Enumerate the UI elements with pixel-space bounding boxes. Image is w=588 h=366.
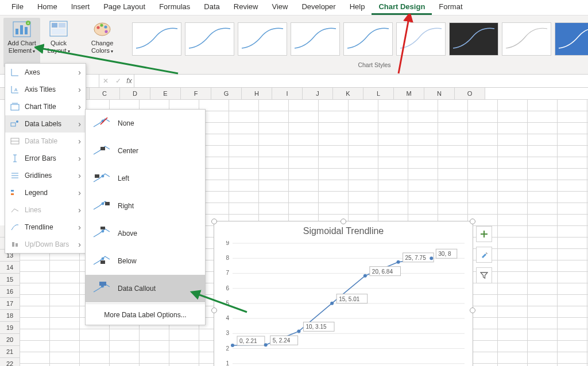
tab-data[interactable]: Data [197,0,226,15]
menu-item-error-bars[interactable]: Error Bars [5,150,86,167]
tab-review[interactable]: Review [227,0,265,15]
tab-home[interactable]: Home [30,0,64,15]
quick-layout-button[interactable]: Quick Layout▾ [40,18,77,67]
tab-chart-design[interactable]: Chart Design [372,0,432,15]
chart-brush-button[interactable] [476,247,492,263]
submenu-item-above[interactable]: Above [86,220,205,247]
check-icon[interactable]: ✓ [112,77,125,85]
data-callout[interactable]: 5, 2.24 [270,336,298,345]
col-header[interactable]: I [272,88,303,99]
fx-label[interactable]: fx [125,77,134,85]
submenu-icon [92,116,110,130]
add-chart-element-button[interactable]: + Add Chart Element▾ [3,18,40,67]
menu-item-chart-title[interactable]: Chart Title [5,98,86,115]
svg-point-12 [100,24,103,26]
tab-developer[interactable]: Developer [295,0,342,15]
style-thumb[interactable] [555,22,588,56]
svg-point-11 [96,26,99,29]
tab-file[interactable]: File [5,0,30,15]
style-thumb[interactable] [132,22,181,56]
submenu-item-center[interactable]: Center [86,137,205,165]
col-header[interactable]: L [363,88,394,99]
row-header[interactable]: 18 [0,310,20,322]
data-callout[interactable]: 10, 3.15 [303,322,334,331]
svg-rect-76 [11,190,14,192]
svg-text:0, 2.21: 0, 2.21 [239,338,257,344]
col-header[interactable]: K [333,88,363,99]
chart-styles-gallery[interactable]: ▴▾☰ [127,18,588,60]
row-header[interactable]: 14 [0,262,20,274]
svg-point-60 [397,260,400,264]
data-callout[interactable]: 15, 5.01 [336,294,368,303]
submenu-item-right[interactable]: Right [86,192,205,220]
tab-help[interactable]: Help [343,0,372,15]
style-thumb[interactable] [185,22,234,56]
col-header[interactable]: M [394,88,424,99]
col-header[interactable]: C [90,88,120,99]
col-header[interactable]: H [242,88,272,99]
chart-plus-button[interactable] [476,226,492,242]
add-chart-element-menu: AxesAAxis TitlesChart TitleData LabelsDa… [5,63,86,254]
menu-item-label: Trendline [25,223,53,231]
style-thumb[interactable] [343,22,393,56]
row-header[interactable]: 15 [0,274,20,286]
style-thumb[interactable] [502,22,551,56]
svg-text:3: 3 [226,330,229,336]
row-header[interactable]: 16 [0,286,20,298]
col-header[interactable]: N [424,88,455,99]
style-thumb[interactable] [449,22,498,56]
menu-item-data-labels[interactable]: Data Labels [5,115,86,133]
row-header[interactable]: 21 [0,346,20,358]
svg-text:30, 8: 30, 8 [438,251,451,257]
tab-page-layout[interactable]: Page Layout [96,0,152,15]
formula-input[interactable] [134,75,588,87]
menu-item-trendline[interactable]: Trendline [5,219,86,236]
style-thumb[interactable] [238,22,287,56]
quick-layout-label: Quick Layout [47,40,67,54]
menu-item-label: Up/Down Bars [25,240,69,248]
svg-text:5, 2.24: 5, 2.24 [273,337,291,344]
data-callout[interactable]: 30, 8 [436,249,457,258]
style-thumb[interactable] [396,22,446,56]
data-callout[interactable]: 0, 2.21 [237,336,265,345]
row-header[interactable]: 17 [0,298,20,310]
menu-icon [10,153,20,163]
cancel-icon[interactable]: ✕ [99,77,112,85]
style-thumb[interactable] [291,22,340,56]
menu-item-axis-titles[interactable]: AAxis Titles [5,81,86,98]
row-header[interactable]: 22 [0,358,20,366]
tab-formulas[interactable]: Formulas [152,0,197,15]
submenu-icon [92,282,110,295]
col-header[interactable]: J [303,88,333,99]
svg-rect-67 [11,104,19,110]
tab-insert[interactable]: Insert [64,0,97,15]
col-header[interactable]: O [455,88,485,99]
col-header[interactable]: G [211,88,242,99]
more-data-label-options[interactable]: More Data Label Options... [86,305,205,325]
col-header[interactable]: F [181,88,211,99]
tab-view[interactable]: View [265,0,295,15]
menu-icon [10,170,20,181]
embedded-chart[interactable]: Sigmoidal Trendline 01234567890510152025… [214,221,473,366]
col-header[interactable]: D [120,88,150,99]
submenu-item-below[interactable]: Below [86,247,205,275]
menu-item-up-down-bars: Up/Down Bars [5,236,86,253]
submenu-item-data-callout[interactable]: Data Callout [86,275,205,302]
submenu-item-none[interactable]: None [86,110,205,137]
tab-format[interactable]: Format [432,0,469,15]
change-colors-button[interactable]: Change Colors▾ [84,18,121,67]
submenu-item-left[interactable]: Left [86,165,205,192]
row-header[interactable]: 19 [0,322,20,334]
data-callout[interactable]: 25, 7.75 [403,253,434,262]
svg-point-88 [102,230,105,233]
col-header[interactable]: E [150,88,181,99]
menu-item-axes[interactable]: Axes [5,64,86,81]
svg-point-90 [102,258,105,260]
row-header[interactable]: 20 [0,334,20,346]
menu-item-legend[interactable]: Legend [5,184,86,201]
chart-title[interactable]: Sigmoidal Trendline [214,221,473,241]
svg-rect-9 [52,29,65,34]
menu-item-gridlines[interactable]: Gridlines [5,167,86,184]
chart-filter-button[interactable] [476,267,492,283]
data-callout[interactable]: 20, 6.84 [370,267,401,276]
